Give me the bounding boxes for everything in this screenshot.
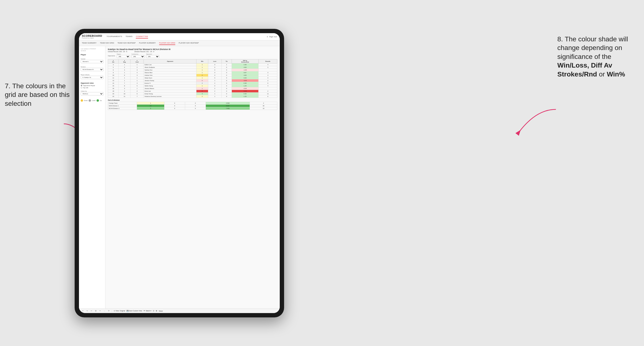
subnav-team-h2h-grid[interactable]: TEAM H2H GRID <box>100 41 114 45</box>
col-reg: #Reg <box>119 59 130 63</box>
sub-nav: TEAM SUMMARY TEAM H2H GRID TEAM H2H HEAT… <box>79 40 280 46</box>
col-opponent: Opponent <box>144 59 196 63</box>
table-row: 914 Sharon Mun 1 0 0 3.67 3 <box>108 71 277 74</box>
colour-by-select[interactable]: Win/loss <box>81 92 104 95</box>
legend-label-down: Down <box>84 100 88 101</box>
table-row: 522 Alexis Sudijanto 1 0 0 4.00 3 <box>108 66 277 69</box>
legend-dot-up <box>96 99 99 102</box>
subnav-team-summary[interactable]: TEAM SUMMARY <box>82 41 96 45</box>
toolbar-share[interactable]: Share <box>159 310 163 312</box>
table-row: Foreign Team 1 0 0 4.500 2 <box>108 102 277 105</box>
subnav-player-summary[interactable]: PLAYER SUMMARY <box>139 41 156 45</box>
nav-teams[interactable]: TEAMS <box>126 35 132 38</box>
share-label: Share <box>159 310 163 312</box>
nav-right: ℹ Sign out <box>267 35 277 38</box>
radio-top100[interactable]: Top 100 <box>81 87 104 88</box>
toolbar-cut[interactable]: ✂ <box>99 310 102 312</box>
division-record: Division Record: 331 - 34 - 6 <box>134 51 154 52</box>
col-loss: Loss <box>208 59 222 63</box>
table-row: 1063 Andrea York 2 0 0 4.00 4 <box>108 74 277 77</box>
table-row: NAIA Division 1 15 0 0 9.267 30 <box>108 105 277 107</box>
overall-record: Overall Record: 353 - 34 - 6 <box>108 51 127 52</box>
annotation-left: 7. The colours in the grid are based on … <box>5 82 70 108</box>
col-conf: #Conf <box>130 59 144 63</box>
filter-region-select[interactable]: (All) <box>117 55 130 58</box>
logo-sub: Powered by clippd <box>82 37 102 39</box>
save-custom-label: 💾 Save Custom View <box>127 310 142 312</box>
toolbar-more[interactable]: ··· <box>103 310 106 312</box>
table-row: 1585 Stella Cheng 1 0 0 1.25 4 <box>108 85 277 87</box>
table-row: 1474 Eunice Yi 2 2 0 0.38 9 <box>108 82 277 85</box>
bottom-toolbar: ↩ ↪ ↩ ⊞ ✂ ··· ⟳ | ⊙ View: Original 💾 Sav… <box>79 309 280 313</box>
col-rounds: Rounds <box>258 59 277 63</box>
nav-tournaments[interactable]: TOURNAMENTS <box>106 35 122 38</box>
col-diff: Diff AvStrokes/Rnd <box>232 59 258 63</box>
top-nav: SCOREBOARD Powered by clippd TOURNAMENTS… <box>79 33 280 40</box>
main-content: Last Updated: 27/03/2024 16:55:38 Player… <box>79 46 280 309</box>
opponent-view-label: Opponent view <box>81 82 104 84</box>
legend-dot-level <box>88 99 91 102</box>
opponents-label: Opponents: <box>108 55 115 56</box>
subnav-player-h2h-grid[interactable]: PLAYER H2H GRID <box>159 41 175 45</box>
left-panel: Last Updated: 27/03/2024 16:55:38 Player… <box>79 46 106 309</box>
table-row: 633 Sydney Kuo 1 0 0 -1.00 <box>108 69 277 71</box>
subnav-team-h2h-heatmap[interactable]: TEAM H2H HEATMAP <box>118 41 136 45</box>
arrow-right <box>515 107 558 136</box>
table-row: 20117 Federica Domecq Lacroze 2 1 0 1.33… <box>108 95 277 98</box>
view-original-label: ⊙ View: Original <box>114 310 125 312</box>
gender-select[interactable]: Women's <box>81 60 104 63</box>
grid-record: Overall Record: 353 - 34 - 6 Division Re… <box>108 51 277 52</box>
filter-group-conference: Conference (All) <box>132 53 145 58</box>
table-row: 1631 Jessica Mason 1 2 0 -0.94 <box>108 87 277 90</box>
tablet-screen: SCOREBOARD Powered by clippd TOURNAMENTS… <box>79 33 280 313</box>
player-rank-label: Player (Rank) <box>81 74 104 75</box>
division-label: Division <box>81 66 104 68</box>
logo-text: SCOREBOARD <box>82 35 102 37</box>
subnav-player-h2h-heatmap[interactable]: PLAYER H2H HEATMAP <box>179 41 199 45</box>
toolbar-save-custom[interactable]: 💾 Save Custom View <box>127 310 142 312</box>
legend-label-up: Up <box>100 100 102 101</box>
annotation-bold2: Win% <box>607 70 625 78</box>
toolbar-view-original[interactable]: ⊙ View: Original <box>114 310 125 312</box>
grid-area: Katelyn Vo Head-to-Head Grid for Women's… <box>106 46 280 309</box>
table-row: 1311 Jessica Huang 0 1 0 -3.00 2 <box>108 79 277 82</box>
radio-group: Opponents Played Top 100 <box>81 85 104 88</box>
out-of-div-title: Out of division <box>108 99 277 101</box>
filter-group-region: Region (All) <box>117 53 130 58</box>
toolbar-layout2[interactable]: ⊠ <box>156 310 157 312</box>
out-of-div-table: Foreign Team 1 0 0 4.500 2 NAIA Division… <box>108 102 277 110</box>
toolbar-grid[interactable]: ⊞ <box>94 310 97 312</box>
nav-links: TOURNAMENTS TEAMS COMMITTEE <box>106 35 263 38</box>
filter-group-opponent: Opponent (All) <box>146 53 159 58</box>
tablet-frame: SCOREBOARD Powered by clippd TOURNAMENTS… <box>75 29 284 317</box>
toolbar-undo[interactable]: ↩ <box>81 310 84 312</box>
toolbar-back[interactable]: ↩ <box>90 310 93 312</box>
filter-opponent-select[interactable]: (All) <box>146 55 159 58</box>
annotation-right: 8. The colour shade will change dependin… <box>557 35 639 79</box>
division-select[interactable]: NCAA Division III <box>81 68 104 71</box>
annotation-left-text: 7. The colours in the grid are based on … <box>5 82 70 107</box>
toolbar-watch[interactable]: 👁 Watch ▾ <box>144 310 152 312</box>
table-row: 1111 Heejo Hyun 1 0 0 3.33 3 <box>108 77 277 79</box>
toolbar-sep1: | <box>112 310 112 312</box>
toolbar-refresh[interactable]: ⟳ <box>107 310 110 312</box>
nav-committee[interactable]: COMMITTEE <box>136 35 148 38</box>
toolbar-layout1[interactable]: ⊡ <box>153 310 154 312</box>
last-updated: Last Updated: 27/03/2024 16:55:38 <box>81 48 104 52</box>
grid-title: Katelyn Vo Head-to-Head Grid for Women's… <box>108 48 277 50</box>
nav-signout[interactable]: Sign out <box>269 35 277 38</box>
annotation-text2: or <box>599 70 605 78</box>
radio-dot-played <box>81 85 82 86</box>
player-rank-select[interactable]: 8. Katelyn Vo <box>81 76 104 79</box>
filter-conference-select[interactable]: (All) <box>132 55 145 58</box>
col-div: #Div <box>108 59 119 63</box>
nav-separator: ℹ <box>267 36 268 38</box>
toolbar-redo[interactable]: ↪ <box>86 310 88 312</box>
legend-area: Down Level Up <box>81 99 104 102</box>
annotation-right-text: 8. The colour shade will change dependin… <box>557 35 628 60</box>
radio-dot-top100 <box>81 87 82 88</box>
table-row: NCAA Division 2 5 0 0 7.400 10 <box>108 107 277 110</box>
table-row: 311 Esther Lee 1 0 1 1.50 4 <box>108 63 277 66</box>
col-tie: Tie <box>222 59 232 63</box>
radio-opponents-played[interactable]: Opponents Played <box>81 85 104 86</box>
